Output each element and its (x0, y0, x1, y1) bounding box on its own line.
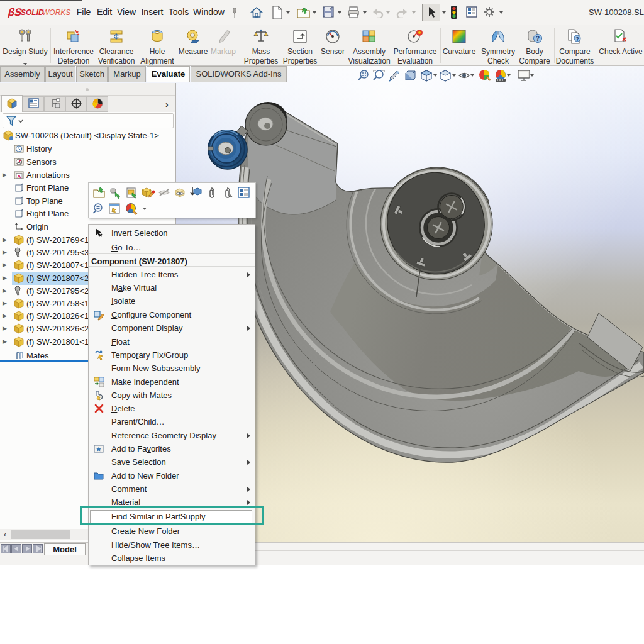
svg-text:WORKS: WORKS (42, 8, 70, 17)
svg-text:A: A (18, 174, 21, 179)
svg-text:SOLID: SOLID (21, 8, 44, 17)
svg-text:?: ? (536, 35, 540, 42)
svg-text:?: ? (575, 36, 579, 42)
